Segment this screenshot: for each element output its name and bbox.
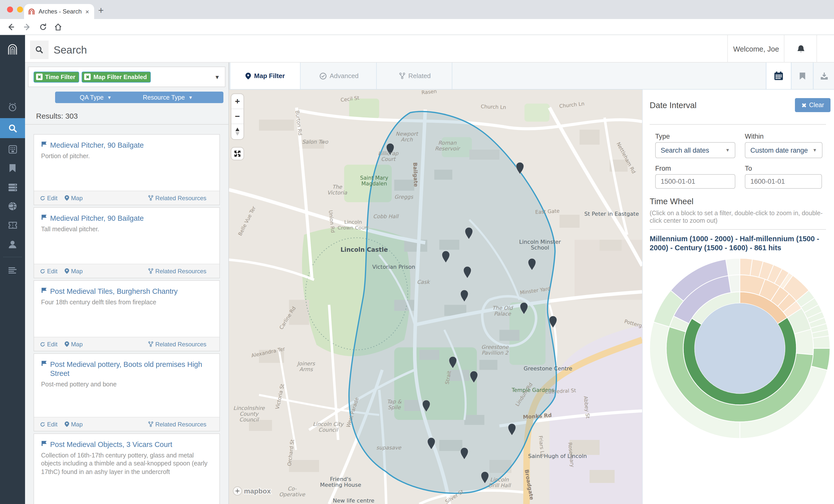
to-date-input[interactable]: 1600-01-01 xyxy=(745,174,822,189)
map-canvas[interactable]: RasenCecil StChurch LnChurch LnNettleham… xyxy=(229,90,642,504)
sidebar-item-menu[interactable] xyxy=(0,260,25,280)
bell-icon xyxy=(796,44,805,53)
sidebar-item-globe[interactable] xyxy=(0,196,25,216)
time-wheel-title: Time Wheel xyxy=(650,197,694,206)
mapbox-logo[interactable]: mapbox xyxy=(233,486,271,496)
result-card[interactable]: Post Medieval Tiles, Burghersh Chantry F… xyxy=(34,280,220,351)
result-card[interactable]: Medieval Pitcher, 90 Bailgate Tall medie… xyxy=(34,207,220,278)
result-card[interactable]: Post Medieval pottery, Boots old premise… xyxy=(34,353,220,431)
minimize-window-button[interactable] xyxy=(17,6,23,13)
from-label: From xyxy=(655,165,671,172)
reload-icon[interactable] xyxy=(39,23,47,31)
time-wheel-segment[interactable] xyxy=(794,329,813,355)
home-icon[interactable] xyxy=(54,23,62,31)
filters-dropdown-caret[interactable]: ▼ xyxy=(214,74,220,80)
map-link[interactable]: Map xyxy=(64,421,83,428)
time-wheel-instructions: (Click on a block to set a filter, doubl… xyxy=(650,210,826,225)
zoom-in-button[interactable]: + xyxy=(232,94,243,109)
tab-advanced[interactable]: Advanced xyxy=(302,63,377,89)
zoom-out-button[interactable]: − xyxy=(232,109,243,124)
sidebar-item-bookmarks[interactable] xyxy=(0,158,25,178)
from-date-input[interactable]: 1500-01-01 xyxy=(655,174,735,189)
clear-date-filter-button[interactable]: ✖Clear xyxy=(795,98,831,112)
map-filter-chip[interactable]: ✖Map Filter Enabled xyxy=(82,71,151,82)
map-svg: RasenCecil StChurch LnChurch LnNettleham… xyxy=(229,90,642,504)
edit-link[interactable]: Edit xyxy=(40,421,57,428)
tab-time-filter-panel[interactable] xyxy=(766,63,791,89)
type-label: Type xyxy=(655,133,670,140)
date-type-select[interactable]: Search all dates▼ xyxy=(655,142,735,158)
time-filter-chip[interactable]: ✖Time Filter xyxy=(34,71,80,82)
related-resources-link[interactable]: Related Resources xyxy=(148,268,206,275)
result-title-link[interactable]: Post Medieval Objects, 3 Vicars Court xyxy=(41,440,212,449)
resource-icon xyxy=(41,440,47,446)
remove-filter-icon[interactable]: ✖ xyxy=(84,74,91,80)
result-card[interactable]: Post Medieval Objects, 3 Vicars Court Co… xyxy=(34,433,220,504)
time-wheel-chart[interactable] xyxy=(645,253,834,443)
map-label: Greggs xyxy=(394,194,414,200)
screen: Arches - Search × + ⓘ localhost:8081/sea… xyxy=(0,0,834,504)
related-resources-link[interactable]: Related Resources xyxy=(148,194,206,202)
resource-type-button[interactable]: Resource Type▼ xyxy=(112,92,223,103)
active-filters-bar[interactable]: ✖Time Filter ✖Map Filter Enabled ▼ xyxy=(28,67,225,87)
remove-filter-icon[interactable]: ✖ xyxy=(36,74,43,80)
fullscreen-map-button[interactable] xyxy=(232,147,243,160)
edit-link[interactable]: Edit xyxy=(40,268,57,275)
tab-saved-searches[interactable] xyxy=(791,63,813,89)
sidebar-item-recent[interactable] xyxy=(0,97,25,117)
compass-control[interactable] xyxy=(232,124,243,139)
within-label: Within xyxy=(745,133,764,140)
date-interval-title: Date Interval xyxy=(650,100,697,110)
time-wheel-center[interactable] xyxy=(695,303,785,393)
time-wheel-segment[interactable] xyxy=(726,258,740,276)
within-select[interactable]: Custom date range▼ xyxy=(745,142,822,158)
app-sidebar xyxy=(0,35,25,504)
time-wheel-segment[interactable] xyxy=(813,336,830,348)
help-cell[interactable]: ? xyxy=(816,35,834,63)
results-list: Medieval Pitcher, 90 Bailgate Portion of… xyxy=(34,134,220,504)
related-resources-link[interactable]: Related Resources xyxy=(148,421,206,428)
sidebar-item-profile[interactable] xyxy=(0,234,25,254)
sidebar-item-search[interactable] xyxy=(0,118,25,138)
bookmark-icon xyxy=(799,72,806,80)
map-label: Salon Two xyxy=(302,139,328,145)
arches-logo[interactable] xyxy=(0,39,25,59)
result-title-link[interactable]: Medieval Pitcher, 90 Bailgate xyxy=(41,214,212,223)
close-window-button[interactable] xyxy=(7,6,13,13)
map-link[interactable]: Map xyxy=(64,268,83,275)
edit-link[interactable]: Edit xyxy=(40,194,57,202)
map-pin-icon xyxy=(246,72,251,79)
result-title-link[interactable]: Medieval Pitcher, 90 Bailgate xyxy=(41,141,212,150)
notifications-cell[interactable] xyxy=(784,35,817,63)
new-tab-button[interactable]: + xyxy=(98,5,104,16)
map-label: New life centre xyxy=(333,498,374,504)
result-card-footer: Edit Map Related Resources xyxy=(34,191,219,205)
forward-icon[interactable] xyxy=(23,23,31,31)
tab-title: Arches - Search xyxy=(39,8,84,15)
header-search-icon[interactable] xyxy=(30,41,49,59)
map-link[interactable]: Map xyxy=(64,194,83,202)
download-icon xyxy=(820,72,828,80)
tab-related[interactable]: Related xyxy=(378,63,452,89)
result-title-link[interactable]: Post Medieval pottery, Boots old premise… xyxy=(41,360,212,378)
sidebar-item-data-manager[interactable] xyxy=(0,177,25,197)
tab-export[interactable] xyxy=(813,63,834,89)
global-search-input[interactable] xyxy=(52,41,696,59)
branch-icon xyxy=(399,73,405,79)
result-title-link[interactable]: Post Medieval Tiles, Burghersh Chantry xyxy=(41,287,212,296)
map-link[interactable]: Map xyxy=(64,341,83,348)
close-tab-icon[interactable]: × xyxy=(84,8,90,15)
tab-map-filter[interactable]: Map Filter xyxy=(230,63,301,89)
map-label: The OldPalace xyxy=(492,305,513,317)
calendar-icon xyxy=(774,71,784,81)
back-icon[interactable] xyxy=(7,23,15,31)
result-card[interactable]: Medieval Pitcher, 90 Bailgate Portion of… xyxy=(34,134,220,205)
sidebar-divider xyxy=(3,257,22,257)
welcome-user[interactable]: Welcome, Joe xyxy=(727,35,784,63)
edit-link[interactable]: Edit xyxy=(40,341,57,348)
panel-divider xyxy=(650,124,826,124)
sidebar-item-resource-models[interactable] xyxy=(0,139,25,159)
browser-tab[interactable]: Arches - Search × xyxy=(24,4,94,19)
sidebar-item-cards[interactable] xyxy=(0,215,25,235)
related-resources-link[interactable]: Related Resources xyxy=(148,341,206,348)
